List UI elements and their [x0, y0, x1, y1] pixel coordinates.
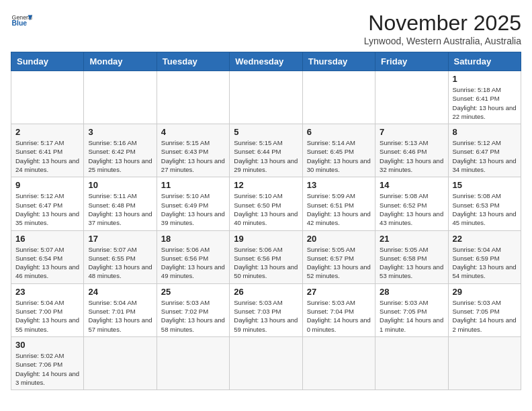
- calendar-cell: [84, 71, 157, 124]
- day-info: Sunrise: 5:08 AM Sunset: 6:53 PM Dayligh…: [453, 191, 517, 227]
- day-number: 14: [380, 180, 443, 190]
- calendar-cell: 2Sunrise: 5:17 AM Sunset: 6:41 PM Daylig…: [11, 124, 84, 177]
- column-header-friday: Friday: [375, 52, 448, 71]
- day-number: 5: [234, 127, 298, 137]
- calendar-cell: 1Sunrise: 5:18 AM Sunset: 6:41 PM Daylig…: [448, 71, 521, 124]
- calendar-cell: 20Sunrise: 5:05 AM Sunset: 6:57 PM Dayli…: [302, 230, 375, 283]
- day-number: 2: [15, 127, 79, 137]
- calendar-cell: 21Sunrise: 5:05 AM Sunset: 6:58 PM Dayli…: [375, 230, 448, 283]
- calendar-cell: 19Sunrise: 5:06 AM Sunset: 6:56 PM Dayli…: [230, 230, 302, 283]
- day-number: 29: [453, 287, 517, 297]
- day-number: 4: [161, 127, 225, 137]
- day-number: 13: [307, 180, 371, 190]
- day-number: 21: [380, 234, 443, 244]
- day-info: Sunrise: 5:04 AM Sunset: 6:59 PM Dayligh…: [453, 245, 517, 281]
- day-number: 16: [15, 234, 79, 244]
- day-number: 3: [88, 127, 152, 137]
- calendar-cell: [448, 336, 521, 390]
- day-info: Sunrise: 5:18 AM Sunset: 6:41 PM Dayligh…: [453, 85, 517, 121]
- day-info: Sunrise: 5:06 AM Sunset: 6:56 PM Dayligh…: [234, 245, 298, 281]
- calendar-cell: 7Sunrise: 5:13 AM Sunset: 6:46 PM Daylig…: [375, 124, 448, 177]
- day-number: 9: [15, 180, 79, 190]
- day-number: 18: [161, 234, 225, 244]
- calendar-cell: 17Sunrise: 5:07 AM Sunset: 6:55 PM Dayli…: [84, 230, 157, 283]
- day-number: 15: [453, 180, 517, 190]
- calendar-cell: 18Sunrise: 5:06 AM Sunset: 6:56 PM Dayli…: [157, 230, 229, 283]
- day-number: 8: [453, 127, 517, 137]
- day-info: Sunrise: 5:06 AM Sunset: 6:56 PM Dayligh…: [161, 245, 225, 281]
- header: General Blue November 2025 Lynwood, West…: [11, 11, 521, 46]
- title-block: November 2025 Lynwood, Western Australia…: [364, 11, 521, 46]
- calendar-cell: 14Sunrise: 5:08 AM Sunset: 6:52 PM Dayli…: [375, 177, 448, 230]
- day-number: 20: [307, 234, 371, 244]
- calendar-cell: 9Sunrise: 5:12 AM Sunset: 6:47 PM Daylig…: [11, 177, 84, 230]
- day-number: 28: [380, 287, 443, 297]
- day-info: Sunrise: 5:14 AM Sunset: 6:45 PM Dayligh…: [307, 138, 371, 174]
- day-info: Sunrise: 5:07 AM Sunset: 6:54 PM Dayligh…: [15, 245, 79, 281]
- calendar-cell: 30Sunrise: 5:02 AM Sunset: 7:06 PM Dayli…: [11, 336, 84, 390]
- day-info: Sunrise: 5:05 AM Sunset: 6:57 PM Dayligh…: [307, 245, 371, 281]
- day-number: 11: [161, 180, 225, 190]
- day-info: Sunrise: 5:03 AM Sunset: 7:02 PM Dayligh…: [161, 298, 225, 334]
- day-info: Sunrise: 5:03 AM Sunset: 7:04 PM Dayligh…: [307, 298, 371, 334]
- day-number: 26: [234, 287, 298, 297]
- day-info: Sunrise: 5:11 AM Sunset: 6:48 PM Dayligh…: [88, 191, 152, 227]
- day-info: Sunrise: 5:17 AM Sunset: 6:41 PM Dayligh…: [15, 138, 79, 174]
- calendar-cell: 4Sunrise: 5:15 AM Sunset: 6:43 PM Daylig…: [157, 124, 229, 177]
- calendar-cell: 16Sunrise: 5:07 AM Sunset: 6:54 PM Dayli…: [11, 230, 84, 283]
- calendar-cell: [230, 336, 302, 390]
- day-info: Sunrise: 5:07 AM Sunset: 6:55 PM Dayligh…: [88, 245, 152, 281]
- day-number: 1: [453, 74, 517, 84]
- day-info: Sunrise: 5:16 AM Sunset: 6:42 PM Dayligh…: [88, 138, 152, 174]
- day-info: Sunrise: 5:03 AM Sunset: 7:05 PM Dayligh…: [380, 298, 443, 334]
- calendar-cell: 23Sunrise: 5:04 AM Sunset: 7:00 PM Dayli…: [11, 283, 84, 336]
- day-number: 17: [88, 234, 152, 244]
- day-info: Sunrise: 5:13 AM Sunset: 6:46 PM Dayligh…: [380, 138, 443, 174]
- day-info: Sunrise: 5:15 AM Sunset: 6:44 PM Dayligh…: [234, 138, 298, 174]
- calendar-cell: 11Sunrise: 5:10 AM Sunset: 6:49 PM Dayli…: [157, 177, 229, 230]
- calendar-cell: [375, 336, 448, 390]
- day-info: Sunrise: 5:04 AM Sunset: 7:00 PM Dayligh…: [15, 298, 79, 334]
- day-number: 27: [307, 287, 371, 297]
- calendar-table: SundayMondayTuesdayWednesdayThursdayFrid…: [11, 52, 521, 390]
- column-header-tuesday: Tuesday: [157, 52, 229, 71]
- column-header-thursday: Thursday: [302, 52, 375, 71]
- calendar-cell: 6Sunrise: 5:14 AM Sunset: 6:45 PM Daylig…: [302, 124, 375, 177]
- calendar-cell: 12Sunrise: 5:10 AM Sunset: 6:50 PM Dayli…: [230, 177, 302, 230]
- day-info: Sunrise: 5:10 AM Sunset: 6:49 PM Dayligh…: [161, 191, 225, 227]
- calendar-week-row: 30Sunrise: 5:02 AM Sunset: 7:06 PM Dayli…: [11, 336, 521, 390]
- calendar-cell: 13Sunrise: 5:09 AM Sunset: 6:51 PM Dayli…: [302, 177, 375, 230]
- calendar-cell: 3Sunrise: 5:16 AM Sunset: 6:42 PM Daylig…: [84, 124, 157, 177]
- column-header-saturday: Saturday: [448, 52, 521, 71]
- day-info: Sunrise: 5:15 AM Sunset: 6:43 PM Dayligh…: [161, 138, 225, 174]
- day-number: 25: [161, 287, 225, 297]
- day-number: 19: [234, 234, 298, 244]
- day-info: Sunrise: 5:12 AM Sunset: 6:47 PM Dayligh…: [453, 138, 517, 174]
- day-number: 22: [453, 234, 517, 244]
- location-subtitle: Lynwood, Western Australia, Australia: [364, 36, 521, 46]
- column-header-wednesday: Wednesday: [230, 52, 302, 71]
- calendar-cell: 22Sunrise: 5:04 AM Sunset: 6:59 PM Dayli…: [448, 230, 521, 283]
- day-info: Sunrise: 5:04 AM Sunset: 7:01 PM Dayligh…: [88, 298, 152, 334]
- day-number: 23: [15, 287, 79, 297]
- day-number: 24: [88, 287, 152, 297]
- day-number: 6: [307, 127, 371, 137]
- calendar-cell: [375, 71, 448, 124]
- calendar-cell: 15Sunrise: 5:08 AM Sunset: 6:53 PM Dayli…: [448, 177, 521, 230]
- calendar-cell: [157, 336, 229, 390]
- day-number: 10: [88, 180, 152, 190]
- calendar-cell: 27Sunrise: 5:03 AM Sunset: 7:04 PM Dayli…: [302, 283, 375, 336]
- column-header-sunday: Sunday: [11, 52, 84, 71]
- calendar-header-row: SundayMondayTuesdayWednesdayThursdayFrid…: [11, 52, 521, 71]
- day-info: Sunrise: 5:12 AM Sunset: 6:47 PM Dayligh…: [15, 191, 79, 227]
- calendar-cell: 10Sunrise: 5:11 AM Sunset: 6:48 PM Dayli…: [84, 177, 157, 230]
- calendar-cell: [230, 71, 302, 124]
- calendar-week-row: 16Sunrise: 5:07 AM Sunset: 6:54 PM Dayli…: [11, 230, 521, 283]
- day-info: Sunrise: 5:03 AM Sunset: 7:05 PM Dayligh…: [453, 298, 517, 334]
- calendar-cell: 5Sunrise: 5:15 AM Sunset: 6:44 PM Daylig…: [230, 124, 302, 177]
- day-info: Sunrise: 5:05 AM Sunset: 6:58 PM Dayligh…: [380, 245, 443, 281]
- calendar-cell: 25Sunrise: 5:03 AM Sunset: 7:02 PM Dayli…: [157, 283, 229, 336]
- general-blue-logo-icon: General Blue: [11, 11, 32, 32]
- day-number: 30: [15, 340, 79, 350]
- calendar-cell: 8Sunrise: 5:12 AM Sunset: 6:47 PM Daylig…: [448, 124, 521, 177]
